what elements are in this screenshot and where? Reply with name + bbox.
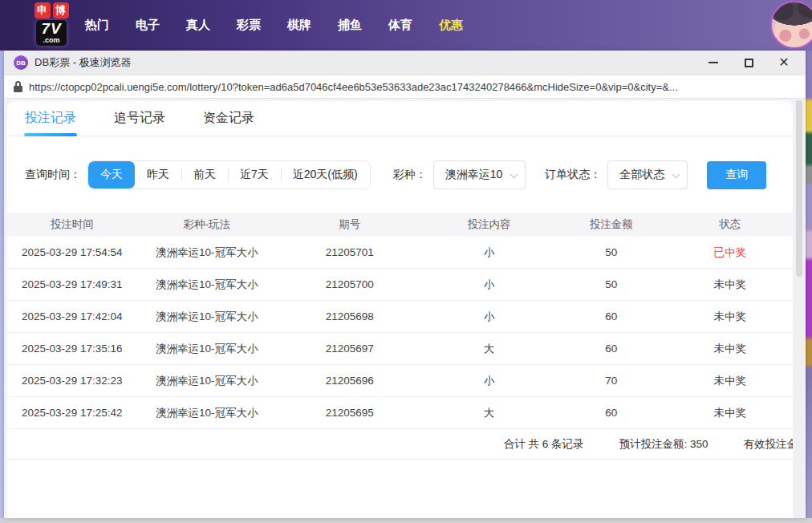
- game-cell: 澳洲幸运10-冠军大小: [137, 406, 277, 420]
- window-title: DB彩票 - 极速浏览器: [35, 55, 708, 70]
- table-row: 2025-03-29 17:25:42澳洲幸运10-冠军大小21205695大6…: [7, 397, 793, 429]
- time-cell: 2025-03-29 17:42:04: [7, 310, 137, 322]
- issue-cell: 21205697: [277, 343, 423, 355]
- amount-cell: 50: [555, 246, 667, 258]
- filter-row: 查询时间： 今天昨天前天近7天近20天(低频) 彩种： 澳洲幸运10 订单状态：…: [7, 160, 793, 189]
- game-cell: 澳洲幸运10-冠军大小: [137, 374, 277, 388]
- screenshot-root: 申 博 7V .com 热门电子真人彩票棋牌捕鱼体育优惠 DB DB彩票 - 极…: [0, 0, 812, 523]
- nav-item-electronic[interactable]: 电子: [134, 14, 161, 36]
- summary-valid-amount: 有效投注金: [744, 437, 794, 452]
- window-bottom-border: [0, 518, 812, 523]
- order-status-value: 全部状态: [619, 168, 664, 182]
- window-titlebar[interactable]: DB DB彩票 - 极速浏览器 ✕: [4, 51, 806, 75]
- bet-records-table: 投注时间彩种-玩法期号投注内容投注金额状态 2025-03-29 17:54:5…: [7, 213, 793, 429]
- time-filter-group: 今天昨天前天近7天近20天(低频): [87, 160, 371, 189]
- game-cell: 澳洲幸运10-冠军大小: [137, 342, 277, 356]
- column-header-6: 状态: [667, 217, 793, 232]
- order-status-select[interactable]: 全部状态: [607, 160, 688, 189]
- nav-item-board-games[interactable]: 棋牌: [286, 14, 313, 36]
- status-cell: 未中奖: [667, 406, 793, 420]
- time-cell: 2025-03-29 17:32:23: [7, 375, 137, 387]
- tabs-row: 投注记录 追号记录 资金记录: [7, 101, 793, 136]
- logo-box: 7V .com: [36, 20, 66, 46]
- logo-badge-1: 申: [35, 2, 51, 18]
- status-cell: 未中奖: [667, 278, 793, 292]
- table-row: 2025-03-29 17:42:04澳洲幸运10-冠军大小21205698小6…: [7, 301, 793, 333]
- summary-row: 合计 共 6 条记录 预计投注金额: 350 有效投注金: [7, 429, 793, 460]
- amount-cell: 50: [555, 278, 667, 290]
- time-option-3[interactable]: 前天: [181, 161, 228, 189]
- user-avatar[interactable]: [770, 1, 812, 49]
- game-cell: 澳洲幸运10-冠军大小: [137, 245, 277, 260]
- column-header-1: 投注时间: [7, 217, 137, 232]
- chevron-down-icon: [510, 171, 518, 179]
- status-cell: 未中奖: [667, 310, 793, 324]
- query-button[interactable]: 查询: [707, 161, 766, 189]
- content-cell: 大: [423, 406, 555, 420]
- minimize-button[interactable]: [708, 57, 719, 68]
- time-option-1[interactable]: 今天: [88, 161, 135, 189]
- game-cell: 澳洲幸运10-冠军大小: [137, 310, 277, 324]
- close-icon: ✕: [778, 57, 789, 68]
- lottery-filter-label: 彩种：: [393, 168, 427, 182]
- status-cell: 未中奖: [667, 374, 793, 388]
- time-option-2[interactable]: 昨天: [135, 161, 181, 189]
- maximize-icon: [745, 59, 753, 67]
- content-cell: 大: [423, 342, 555, 356]
- nav-item-sports[interactable]: 体育: [387, 14, 414, 36]
- logo-badge-2: 博: [53, 2, 69, 18]
- scrollbar-thumb[interactable]: [796, 100, 802, 277]
- time-option-4[interactable]: 近7天: [228, 161, 281, 189]
- logo-main-text: 7V: [41, 21, 61, 37]
- order-status-label: 订单状态：: [545, 168, 601, 182]
- window-controls: ✕: [708, 57, 796, 68]
- table-row: 2025-03-29 17:54:54澳洲幸运10-冠军大小21205701小5…: [7, 237, 793, 269]
- time-option-5[interactable]: 近20天(低频): [281, 161, 370, 189]
- content-cell: 小: [423, 278, 555, 292]
- site-banner: 申 博 7V .com 热门电子真人彩票棋牌捕鱼体育优惠: [0, 0, 812, 51]
- game-cell: 澳洲幸运10-冠军大小: [137, 278, 277, 292]
- amount-cell: 60: [555, 310, 667, 322]
- browser-window: DB DB彩票 - 极速浏览器 ✕ https://ctopcp02pcali.…: [4, 51, 806, 518]
- nav-item-live[interactable]: 真人: [185, 14, 212, 36]
- maximize-button[interactable]: [743, 57, 754, 68]
- nav-item-lottery[interactable]: 彩票: [235, 14, 262, 36]
- records-card: 投注记录 追号记录 资金记录 查询时间： 今天昨天前天近7天近20天(低频) 彩…: [7, 101, 793, 518]
- site-logo[interactable]: 申 博 7V .com: [29, 2, 74, 46]
- column-header-5: 投注金额: [555, 217, 667, 232]
- lottery-select-value: 澳洲幸运10: [445, 168, 503, 182]
- column-header-3: 期号: [277, 217, 423, 232]
- nav-item-fishing[interactable]: 捕鱼: [336, 14, 363, 36]
- table-body: 2025-03-29 17:54:54澳洲幸运10-冠军大小21205701小5…: [7, 237, 793, 429]
- column-header-2: 彩种-玩法: [137, 217, 277, 232]
- time-cell: 2025-03-29 17:35:16: [7, 343, 137, 355]
- status-cell: 已中奖: [667, 245, 793, 260]
- vertical-scrollbar[interactable]: [794, 99, 804, 518]
- summary-expected-amount: 预计投注金额: 350: [619, 437, 708, 452]
- content-cell: 小: [423, 310, 555, 324]
- time-cell: 2025-03-29 17:54:54: [7, 246, 137, 258]
- lottery-select[interactable]: 澳洲幸运10: [433, 160, 526, 189]
- time-cell: 2025-03-29 17:49:31: [7, 278, 137, 290]
- issue-cell: 21205701: [277, 246, 423, 258]
- amount-cell: 60: [555, 407, 667, 419]
- tab-chase-records[interactable]: 追号记录: [114, 101, 165, 136]
- issue-cell: 21205700: [277, 278, 423, 290]
- tab-bet-records[interactable]: 投注记录: [25, 101, 76, 136]
- address-bar[interactable]: https://ctopcp02pcali.uengi5e.com/lotter…: [4, 75, 806, 99]
- nav-item-promotions[interactable]: 优惠: [437, 14, 465, 36]
- logo-suffix-text: .com: [43, 37, 59, 44]
- lock-icon: [14, 81, 22, 92]
- logo-badges: 申 博: [35, 2, 69, 18]
- top-nav: 热门电子真人彩票棋牌捕鱼体育优惠: [83, 0, 465, 51]
- issue-cell: 21205696: [277, 375, 423, 387]
- tab-fund-records[interactable]: 资金记录: [203, 101, 254, 136]
- issue-cell: 21205695: [277, 407, 423, 419]
- table-row: 2025-03-29 17:49:31澳洲幸运10-冠军大小21205700小5…: [7, 269, 793, 301]
- minimize-icon: [708, 62, 718, 63]
- content-cell: 小: [423, 374, 555, 388]
- close-button[interactable]: ✕: [778, 57, 790, 68]
- amount-cell: 70: [555, 375, 667, 387]
- amount-cell: 60: [555, 343, 667, 355]
- nav-item-hot[interactable]: 热门: [83, 14, 111, 36]
